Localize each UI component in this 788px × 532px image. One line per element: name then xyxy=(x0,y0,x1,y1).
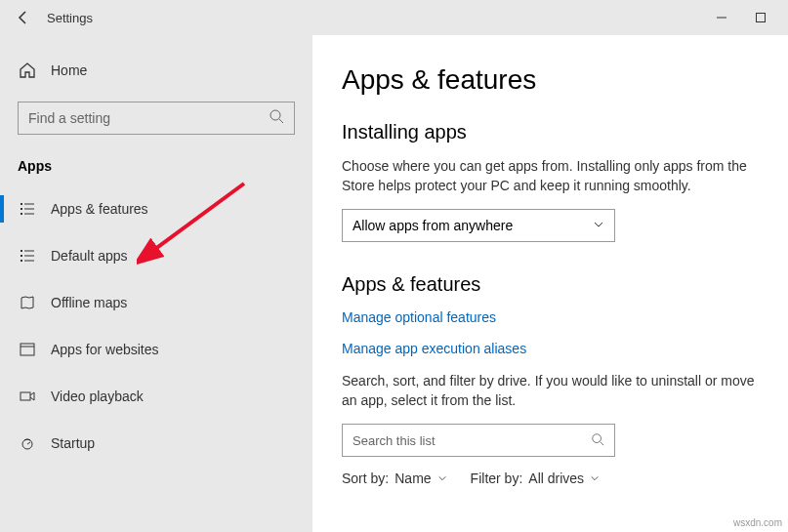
back-button[interactable] xyxy=(8,2,39,33)
window-title: Settings xyxy=(39,11,93,25)
svg-rect-11 xyxy=(24,251,34,252)
search-icon xyxy=(591,432,604,449)
svg-rect-5 xyxy=(24,204,34,205)
sidebar-item-apps-for-websites[interactable]: Apps for websites xyxy=(0,326,312,373)
minimize-button[interactable] xyxy=(702,2,741,33)
sidebar-item-label: Apps for websites xyxy=(51,342,159,357)
section-title-installing: Installing apps xyxy=(342,121,788,143)
sidebar-item-label: Video playback xyxy=(51,389,144,404)
sort-filter-row: Sort by: Name Filter by: All drives xyxy=(342,471,788,486)
svg-rect-4 xyxy=(21,203,22,205)
arrow-left-icon xyxy=(16,10,31,25)
sidebar-section-title: Apps xyxy=(0,135,312,185)
link-execution-aliases[interactable]: Manage app execution aliases xyxy=(342,341,788,356)
svg-point-2 xyxy=(270,110,280,120)
svg-line-20 xyxy=(27,442,30,444)
map-icon xyxy=(18,293,37,312)
search-list-input[interactable]: Search this list xyxy=(342,424,615,457)
svg-rect-12 xyxy=(21,255,22,257)
sidebar-item-offline-maps[interactable]: Offline maps xyxy=(0,279,312,326)
maximize-button[interactable] xyxy=(741,2,780,33)
chevron-down-icon xyxy=(590,473,600,483)
install-source-dropdown[interactable]: Allow apps from anywhere xyxy=(342,209,615,242)
svg-rect-9 xyxy=(24,214,34,215)
svg-rect-6 xyxy=(21,208,22,210)
sidebar-item-default-apps[interactable]: Default apps xyxy=(0,232,312,279)
svg-rect-1 xyxy=(757,14,766,22)
search-list-placeholder: Search this list xyxy=(353,433,435,448)
sidebar-home-label: Home xyxy=(51,62,87,78)
website-icon xyxy=(18,340,37,359)
startup-icon xyxy=(18,433,37,453)
chevron-down-icon xyxy=(437,473,447,483)
svg-rect-7 xyxy=(24,209,34,210)
sidebar: Home Find a setting Apps Apps & features… xyxy=(0,35,312,532)
chevron-down-icon xyxy=(593,218,604,233)
installing-description: Choose where you can get apps from. Inst… xyxy=(342,157,788,195)
sidebar-item-apps-features[interactable]: Apps & features xyxy=(0,185,312,232)
link-optional-features[interactable]: Manage optional features xyxy=(342,309,788,325)
sidebar-item-video-playback[interactable]: Video playback xyxy=(0,373,312,420)
svg-rect-13 xyxy=(24,256,34,257)
svg-rect-16 xyxy=(21,344,34,355)
watermark: wsxdn.com xyxy=(733,517,782,528)
list-icon xyxy=(18,199,37,219)
defaults-icon xyxy=(18,246,37,266)
filter-by-dropdown[interactable]: Filter by: All drives xyxy=(471,471,600,486)
svg-line-22 xyxy=(601,442,604,446)
maximize-icon xyxy=(756,13,766,22)
dropdown-value: Allow apps from anywhere xyxy=(353,218,513,233)
sidebar-item-label: Apps & features xyxy=(51,201,148,217)
sidebar-item-label: Default apps xyxy=(51,248,128,264)
sidebar-item-label: Startup xyxy=(51,435,95,451)
sidebar-item-label: Offline maps xyxy=(51,295,127,310)
main-content: Apps & features Installing apps Choose w… xyxy=(312,35,788,532)
home-icon xyxy=(18,61,37,80)
section-title-apps-features: Apps & features xyxy=(342,273,788,296)
sidebar-item-home[interactable]: Home xyxy=(0,53,312,88)
page-title: Apps & features xyxy=(342,64,788,96)
apps-features-description: Search, sort, and filter by drive. If yo… xyxy=(342,372,788,410)
sort-by-dropdown[interactable]: Sort by: Name xyxy=(342,471,447,486)
svg-rect-18 xyxy=(21,392,30,400)
minimize-icon xyxy=(717,13,726,22)
svg-line-3 xyxy=(279,119,283,123)
svg-rect-8 xyxy=(21,213,22,215)
search-placeholder: Find a setting xyxy=(28,110,269,126)
titlebar: Settings xyxy=(0,0,788,35)
search-icon xyxy=(269,108,284,128)
svg-rect-15 xyxy=(24,261,34,262)
svg-point-21 xyxy=(593,434,601,443)
search-input[interactable]: Find a setting xyxy=(18,102,295,135)
svg-rect-10 xyxy=(21,250,22,252)
sidebar-item-startup[interactable]: Startup xyxy=(0,420,312,467)
window-controls xyxy=(702,2,780,33)
video-icon xyxy=(18,387,37,406)
svg-rect-14 xyxy=(21,260,22,262)
